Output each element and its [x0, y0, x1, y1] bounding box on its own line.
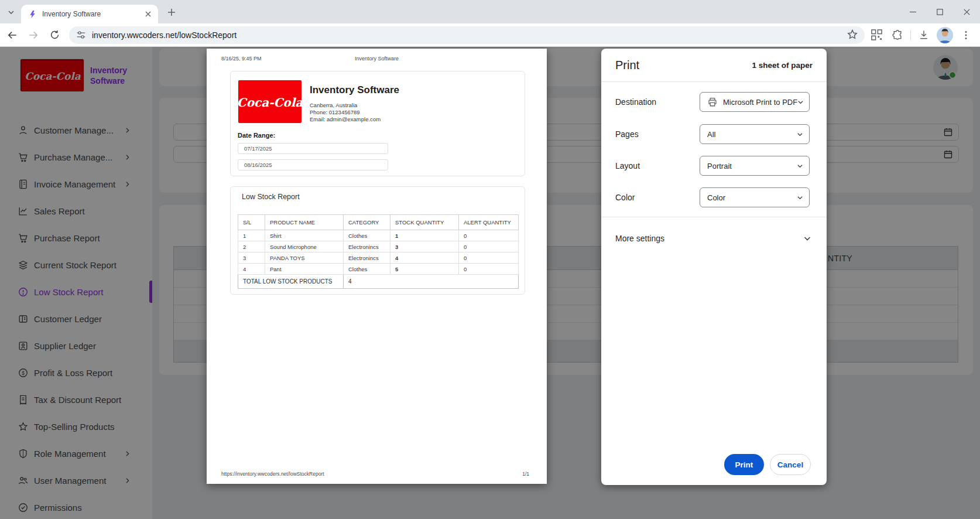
dialog-buttons: Print Cancel	[724, 454, 811, 475]
qr-scan-icon[interactable]	[868, 27, 885, 43]
color-label: Color	[615, 193, 635, 202]
total-label: TOTAL LOW STOCK PRODUCTS	[238, 275, 344, 289]
company-address: Canberra, Australia	[310, 102, 357, 108]
print-dialog: Print 1 sheet of paper Destination Micro…	[601, 49, 827, 485]
forward-arrow-icon	[28, 29, 39, 41]
destination-label: Destination	[615, 97, 656, 107]
window-minimize-button[interactable]	[899, 0, 926, 23]
company-name: Inventory Software	[310, 84, 399, 96]
date-to-field: 08/16/2025	[238, 159, 388, 170]
bookmark-star-icon[interactable]	[846, 28, 859, 41]
pages-value: All	[707, 130, 715, 139]
dialog-divider	[601, 217, 827, 217]
browser-menu-icon[interactable]	[958, 27, 974, 43]
maximize-icon	[937, 9, 943, 15]
toolbar-divider	[910, 30, 911, 40]
address-bar[interactable]: inventory.wwcoders.net/lowStockReport	[69, 26, 865, 44]
table-header-row: S/L PRODUCT NAME CATEGORY STOCK QUANTITY…	[238, 215, 519, 230]
browser-toolbar: inventory.wwcoders.net/lowStockReport	[0, 23, 980, 47]
company-info-card: Coca-Cola Inventory Software Canberra, A…	[230, 71, 525, 176]
table-total-row: TOTAL LOW STOCK PRODUCTS 4	[238, 275, 519, 289]
printed-page-footer: https://inventory.wwcoders.net/lowStockR…	[221, 471, 529, 477]
refresh-icon	[49, 29, 60, 40]
new-tab-button[interactable]	[165, 6, 178, 19]
refresh-button[interactable]	[46, 26, 63, 44]
print-preview-sheet: 8/16/25, 9:45 PM Inventory Software Coca…	[207, 49, 547, 484]
company-phone: Phone: 0123456789	[310, 109, 360, 115]
report-title: Low Stock Report	[242, 193, 300, 201]
table-row: 3 PANDA TOYS Electronincs 4 0	[238, 252, 519, 264]
date-from-field: 07/17/2025	[238, 143, 388, 154]
window-controls	[899, 0, 980, 23]
color-dropdown[interactable]: Color	[700, 187, 810, 207]
total-value: 4	[344, 275, 519, 289]
forward-button[interactable]	[25, 26, 42, 44]
printed-page-header: 8/16/25, 9:45 PM Inventory Software	[221, 56, 532, 63]
window-close-button[interactable]	[953, 0, 980, 23]
table-row: 4 Pant Clothes 5 0	[238, 264, 519, 275]
more-settings-toggle[interactable]: More settings	[615, 224, 811, 252]
dropdown-caret-icon	[797, 163, 803, 169]
back-arrow-icon	[6, 29, 18, 41]
browser-tab-strip: Inventory Software	[0, 0, 980, 23]
browser-tab[interactable]: Inventory Software	[21, 5, 158, 23]
date-range-label: Date Range:	[238, 132, 275, 139]
pages-dropdown[interactable]: All	[700, 124, 810, 144]
low-stock-table: S/L PRODUCT NAME CATEGORY STOCK QUANTITY…	[238, 214, 519, 289]
printed-title: Inventory Software	[221, 56, 532, 62]
color-row: Color Color	[615, 187, 810, 207]
tab-close-icon[interactable]	[143, 9, 153, 19]
printed-url: https://inventory.wwcoders.net/lowStockR…	[221, 471, 324, 477]
color-value: Color	[707, 193, 725, 202]
chevron-down-icon	[8, 9, 15, 16]
profile-avatar[interactable]	[937, 27, 953, 43]
dropdown-caret-icon	[797, 194, 803, 201]
destination-row: Destination Microsoft Print to PDF	[615, 92, 810, 112]
low-stock-report-card: Low Stock Report S/L PRODUCT NAME CATEGO…	[230, 186, 525, 295]
tab-title: Inventory Software	[42, 10, 143, 18]
plus-icon	[167, 8, 176, 16]
sheet-count: 1 sheet of paper	[752, 61, 813, 70]
printed-page-number: 1/1	[522, 471, 529, 477]
dropdown-caret-icon	[797, 99, 804, 105]
pages-label: Pages	[615, 129, 639, 139]
tab-search-button[interactable]	[5, 6, 18, 19]
print-button[interactable]: Print	[724, 454, 764, 475]
table-row: 2 Sound Microphone Electronincs 3 0	[238, 241, 519, 252]
layout-value: Portrait	[707, 162, 732, 170]
destination-dropdown[interactable]: Microsoft Print to PDF	[700, 92, 810, 112]
back-button[interactable]	[4, 26, 21, 44]
destination-value: Microsoft Print to PDF	[723, 98, 797, 107]
tab-favicon-bolt-icon	[28, 10, 37, 19]
url-text: inventory.wwcoders.net/lowStockReport	[92, 30, 237, 40]
extensions-puzzle-icon[interactable]	[889, 27, 906, 43]
company-logo: Coca-Cola	[238, 80, 302, 124]
layout-label: Layout	[615, 161, 640, 170]
pages-row: Pages All	[615, 124, 810, 144]
dropdown-caret-icon	[797, 131, 803, 138]
printer-icon	[707, 97, 718, 107]
logo-text: Coca-Cola	[238, 95, 301, 110]
layout-dropdown[interactable]: Portrait	[700, 156, 810, 176]
toolbar-icons	[868, 27, 980, 43]
window-maximize-button[interactable]	[926, 0, 953, 23]
more-settings-label: More settings	[615, 234, 664, 243]
cancel-button[interactable]: Cancel	[770, 454, 811, 475]
layout-row: Layout Portrait	[615, 156, 810, 176]
dialog-title: Print	[615, 59, 639, 72]
table-row: 1 Shirt Clothes 1 0	[238, 230, 519, 241]
print-dialog-header: Print 1 sheet of paper	[601, 49, 827, 82]
minimize-icon	[910, 9, 916, 15]
close-icon	[964, 9, 970, 15]
company-email: Email: admin@example.com	[310, 116, 381, 122]
chevron-down-icon	[803, 234, 811, 243]
site-info-icon[interactable]	[76, 30, 86, 40]
downloads-icon[interactable]	[916, 27, 932, 43]
